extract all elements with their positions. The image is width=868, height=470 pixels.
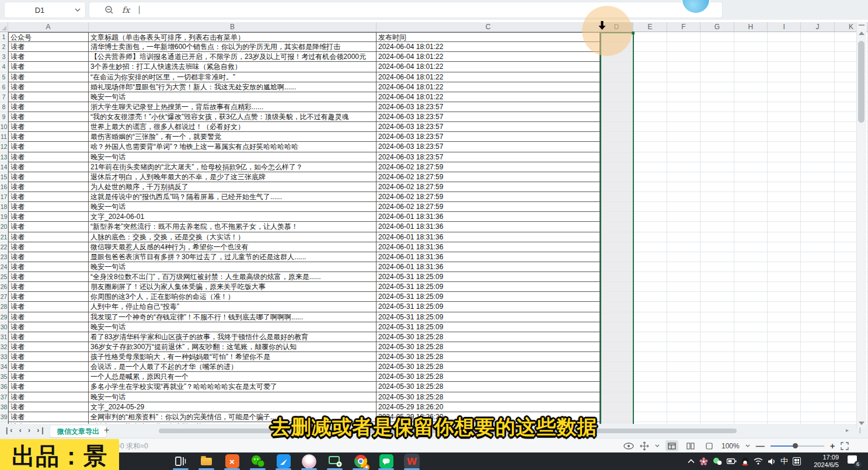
cell-D28[interactable] [600,302,633,312]
tray-expand-icon[interactable] [688,459,695,464]
cell-C32[interactable]: 2024-05-30 18:25:28 [377,342,600,352]
cell-C28[interactable]: 2024-05-31 18:25:09 [377,302,600,312]
view-normal-button[interactable] [665,440,678,451]
cell-F11[interactable] [667,132,700,142]
cell-A13[interactable]: 读者 [8,152,89,162]
cell-I5[interactable] [768,72,801,82]
cell-E7[interactable] [633,92,667,102]
cell-F24[interactable] [667,262,700,272]
cell-C11[interactable]: 2024-06-03 18:23:57 [377,132,600,142]
row-header-31[interactable]: 31 [0,332,8,342]
cell-F31[interactable] [667,332,700,342]
cell-J13[interactable] [801,152,834,162]
cell-I33[interactable] [768,352,801,362]
row-header-33[interactable]: 33 [0,352,8,362]
cell-I14[interactable] [768,162,801,172]
fx-icon[interactable]: fx [122,5,130,15]
wps-office-icon[interactable]: W [404,454,420,469]
cell-H15[interactable] [734,172,768,182]
cell-E21[interactable] [633,232,667,242]
cell-C14[interactable]: 2024-06-02 18:27:59 [377,162,600,172]
cell-H27[interactable] [734,292,768,302]
cell-F1[interactable] [667,32,700,42]
cell-A25[interactable]: 读者 [8,272,89,282]
cell-D11[interactable] [600,132,633,142]
cell-A9[interactable]: 读者 [8,112,89,122]
cell-A7[interactable]: 读者 [8,92,89,102]
cell-A5[interactable]: 读者 [8,72,89,82]
col-header-F[interactable]: F [667,22,700,32]
cell-H16[interactable] [734,182,768,192]
cell-F12[interactable] [667,142,700,152]
row-header-4[interactable]: 4 [0,62,8,72]
vertical-scrollbar[interactable] [856,22,866,429]
orange-app-icon[interactable]: × [224,454,240,469]
cell-H26[interactable] [734,282,768,292]
cell-C2[interactable]: 2024-06-04 18:01:22 [377,42,600,52]
cell-D16[interactable] [600,182,633,192]
cell-D23[interactable] [600,252,633,262]
cell-A14[interactable]: 读者 [8,162,89,172]
cell-I35[interactable] [768,372,801,382]
eye-icon[interactable] [623,443,634,450]
row-header-17[interactable]: 17 [0,192,8,202]
cell-G20[interactable] [700,222,734,232]
cell-J26[interactable] [801,282,834,292]
cell-D27[interactable] [600,292,633,302]
row-header-10[interactable]: 10 [0,122,8,132]
cell-D8[interactable] [600,102,633,112]
cell-D18[interactable] [600,202,633,212]
cell-I4[interactable] [768,62,801,72]
cell-I23[interactable] [768,252,801,262]
cell-E24[interactable] [633,262,667,272]
cell-J15[interactable] [801,172,834,182]
cell-J34[interactable] [801,362,834,372]
cell-G35[interactable] [700,372,734,382]
cell-G22[interactable] [700,242,734,252]
cell-B36[interactable]: 多名小学生在学校实现“再就业”？哈哈哈哈哈实在是太可爱了 [89,382,377,392]
cell-I7[interactable] [768,92,801,102]
cell-C7[interactable]: 2024-06-04 18:01:22 [377,92,600,102]
cell-G31[interactable] [700,332,734,342]
ime-language-indicator[interactable]: 中 [780,456,788,466]
cell-A33[interactable]: 读者 [8,352,89,362]
grid-body[interactable]: ABCDEFGHIJK 1公众号文章标题（单击各表头可排序，列表右击有菜单）发布… [0,22,868,425]
cell-C35[interactable]: 2024-05-30 18:25:28 [377,372,600,382]
screen-share-icon[interactable] [327,454,343,469]
volume-icon[interactable] [768,458,776,465]
cell-B28[interactable]: 人到中年，停止给自己“投毒” [89,302,377,312]
cell-B10[interactable]: 世界上最大的谎言，很多人都说过！（必看好文） [89,122,377,132]
cell-A28[interactable]: 读者 [8,302,89,312]
cell-G1[interactable] [700,32,734,42]
cell-D14[interactable] [600,162,633,172]
cell-J10[interactable] [801,122,834,132]
cell-G29[interactable] [700,312,734,322]
row-header-6[interactable]: 6 [0,82,8,92]
file-explorer-icon[interactable] [198,454,214,469]
cell-D1[interactable] [600,32,633,42]
cell-A18[interactable]: 读者 [8,202,89,212]
cell-C5[interactable]: 2024-06-04 18:01:22 [377,72,600,82]
cell-J21[interactable] [801,232,834,242]
cell-B37[interactable]: 晚安一句话 [89,392,377,402]
cell-A22[interactable]: 读者 [8,242,89,252]
cell-H24[interactable] [734,262,768,272]
cell-D22[interactable] [600,242,633,252]
cell-C38[interactable]: 2024-05-29 18:26:20 [377,402,600,412]
cell-D25[interactable] [600,272,633,282]
cell-C24[interactable]: 2024-06-01 18:31:36 [377,262,600,272]
cell-I21[interactable] [768,232,801,242]
cell-F15[interactable] [667,172,700,182]
cell-D36[interactable] [600,382,633,392]
cell-D24[interactable] [600,262,633,272]
cell-H35[interactable] [734,372,768,382]
cell-H28[interactable] [734,302,768,312]
cell-G18[interactable] [700,202,734,212]
chevron-down-icon[interactable] [655,444,660,447]
row-header-30[interactable]: 30 [0,322,8,332]
cell-C10[interactable]: 2024-06-03 18:23:57 [377,122,600,132]
cell-I19[interactable] [768,212,801,222]
cell-B34[interactable]: 会说话，是一个人最了不起的才华（嘴笨的进） [89,362,377,372]
cell-A35[interactable]: 读者 [8,372,89,382]
cell-G36[interactable] [700,382,734,392]
